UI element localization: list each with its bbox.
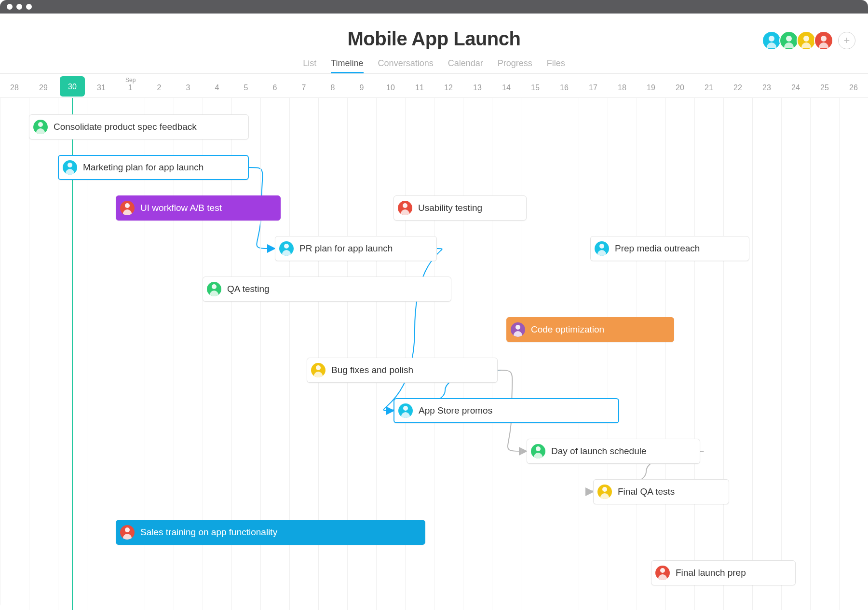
date-cell[interactable]: 12 bbox=[434, 83, 463, 92]
month-label: Sep bbox=[125, 77, 136, 83]
tab-conversations[interactable]: Conversations bbox=[378, 58, 434, 73]
task-label: Code optimization bbox=[531, 324, 604, 335]
date-cell[interactable]: 15 bbox=[521, 83, 550, 92]
date-cell[interactable]: 28 bbox=[0, 83, 29, 92]
task-prplan[interactable]: PR plan for app launch bbox=[275, 236, 437, 261]
task-prepmedia[interactable]: Prep media outreach bbox=[590, 236, 749, 261]
assignee-avatar bbox=[655, 566, 670, 580]
tab-files[interactable]: Files bbox=[547, 58, 565, 73]
task-label: QA testing bbox=[227, 284, 270, 294]
date-cell[interactable]: 6 bbox=[260, 83, 289, 92]
date-cell[interactable]: 22 bbox=[723, 83, 752, 92]
assignee-avatar bbox=[207, 282, 221, 296]
task-label: Prep media outreach bbox=[615, 243, 700, 254]
task-promos[interactable]: App Store promos bbox=[393, 398, 619, 423]
task-abtest[interactable]: UI workflow A/B test bbox=[116, 195, 281, 221]
date-cell[interactable]: 11 bbox=[405, 83, 434, 92]
gridline bbox=[463, 98, 463, 610]
task-consolidate[interactable]: Consolidate product spec feedback bbox=[29, 114, 249, 139]
task-label: Usability testing bbox=[418, 203, 482, 213]
task-marketing[interactable]: Marketing plan for app launch bbox=[58, 155, 249, 180]
project-header: Mobile App Launch + ListTimelineConversa… bbox=[0, 14, 868, 74]
gridline bbox=[492, 98, 492, 610]
traffic-light-dot[interactable] bbox=[7, 4, 13, 10]
date-cell[interactable]: 5 bbox=[231, 83, 260, 92]
task-label: Marketing plan for app launch bbox=[83, 162, 203, 173]
task-usability[interactable]: Usability testing bbox=[393, 195, 527, 221]
date-cell[interactable]: 25 bbox=[810, 83, 839, 92]
gridline bbox=[637, 98, 637, 610]
task-sales[interactable]: Sales training on app functionality bbox=[116, 520, 425, 545]
dependency-line bbox=[384, 249, 442, 411]
gantt-canvas[interactable]: Consolidate product spec feedbackMarketi… bbox=[0, 98, 868, 610]
task-codeopt[interactable]: Code optimization bbox=[506, 317, 674, 342]
date-cell[interactable]: 31 bbox=[87, 83, 116, 92]
view-tabs: ListTimelineConversationsCalendarProgres… bbox=[0, 58, 868, 73]
date-cell[interactable]: 13 bbox=[463, 83, 492, 92]
assignee-avatar bbox=[398, 201, 412, 215]
member-avatar[interactable] bbox=[779, 31, 799, 50]
date-ruler: Sep2829303112345678910111213141516171819… bbox=[0, 74, 868, 98]
gridline bbox=[608, 98, 608, 610]
tab-timeline[interactable]: Timeline bbox=[331, 58, 363, 73]
date-cell[interactable]: 2 bbox=[145, 83, 174, 92]
gridline bbox=[521, 98, 521, 610]
task-finalqa[interactable]: Final QA tests bbox=[593, 479, 729, 504]
member-avatar[interactable] bbox=[814, 31, 833, 50]
assignee-avatar bbox=[597, 485, 612, 499]
task-label: UI workflow A/B test bbox=[140, 203, 222, 213]
date-cell[interactable]: 7 bbox=[289, 83, 318, 92]
assignee-avatar bbox=[279, 241, 294, 256]
task-label: Final launch prep bbox=[676, 568, 746, 578]
task-label: Consolidate product spec feedback bbox=[54, 122, 197, 132]
assignee-avatar bbox=[63, 160, 77, 175]
gridline bbox=[579, 98, 579, 610]
date-cell[interactable]: 3 bbox=[174, 83, 203, 92]
member-avatar[interactable] bbox=[797, 31, 816, 50]
member-avatar[interactable] bbox=[762, 31, 781, 50]
task-qa[interactable]: QA testing bbox=[203, 277, 451, 302]
tab-progress[interactable]: Progress bbox=[498, 58, 532, 73]
assignee-avatar bbox=[120, 201, 135, 215]
date-cell[interactable]: 9 bbox=[347, 83, 376, 92]
task-label: Final QA tests bbox=[618, 486, 675, 497]
assignee-avatar bbox=[595, 241, 609, 256]
gridline bbox=[781, 98, 782, 610]
content-area: Mobile App Launch + ListTimelineConversa… bbox=[0, 14, 868, 610]
task-dayof[interactable]: Day of launch schedule bbox=[527, 439, 700, 464]
date-cell[interactable]: 14 bbox=[492, 83, 521, 92]
app-window: Mobile App Launch + ListTimelineConversa… bbox=[0, 0, 868, 610]
task-label: Sales training on app functionality bbox=[140, 527, 277, 538]
gridline bbox=[550, 98, 550, 610]
date-cell[interactable]: 17 bbox=[579, 83, 608, 92]
date-cell[interactable]: 23 bbox=[752, 83, 781, 92]
tab-calendar[interactable]: Calendar bbox=[448, 58, 483, 73]
date-cell[interactable]: 20 bbox=[665, 83, 694, 92]
traffic-light-dot[interactable] bbox=[26, 4, 32, 10]
add-member-button[interactable]: + bbox=[838, 32, 855, 49]
assignee-avatar bbox=[120, 525, 135, 540]
traffic-light-dot[interactable] bbox=[16, 4, 22, 10]
gridline bbox=[839, 98, 840, 610]
date-cell[interactable]: 10 bbox=[376, 83, 405, 92]
date-cell[interactable]: 24 bbox=[781, 83, 810, 92]
date-cell[interactable]: 26 bbox=[839, 83, 868, 92]
task-label: Day of launch schedule bbox=[551, 446, 647, 457]
date-cell[interactable]: 29 bbox=[29, 83, 58, 92]
tab-list[interactable]: List bbox=[303, 58, 316, 73]
assignee-avatar bbox=[531, 444, 545, 458]
gridline bbox=[0, 98, 0, 610]
task-finallaunch[interactable]: Final launch prep bbox=[651, 560, 796, 585]
task-bugfix[interactable]: Bug fixes and polish bbox=[307, 358, 498, 383]
date-cell[interactable]: 19 bbox=[637, 83, 665, 92]
date-cell[interactable]: 21 bbox=[694, 83, 723, 92]
assignee-avatar bbox=[398, 403, 413, 418]
date-cell[interactable]: 8 bbox=[318, 83, 347, 92]
gridline bbox=[29, 98, 29, 610]
date-cell[interactable]: 1 bbox=[116, 83, 145, 92]
task-label: PR plan for app launch bbox=[299, 243, 393, 254]
date-cell[interactable]: 16 bbox=[550, 83, 579, 92]
date-cell[interactable]: 18 bbox=[608, 83, 637, 92]
date-cell[interactable]: 4 bbox=[203, 83, 231, 92]
date-today[interactable]: 30 bbox=[60, 76, 85, 97]
